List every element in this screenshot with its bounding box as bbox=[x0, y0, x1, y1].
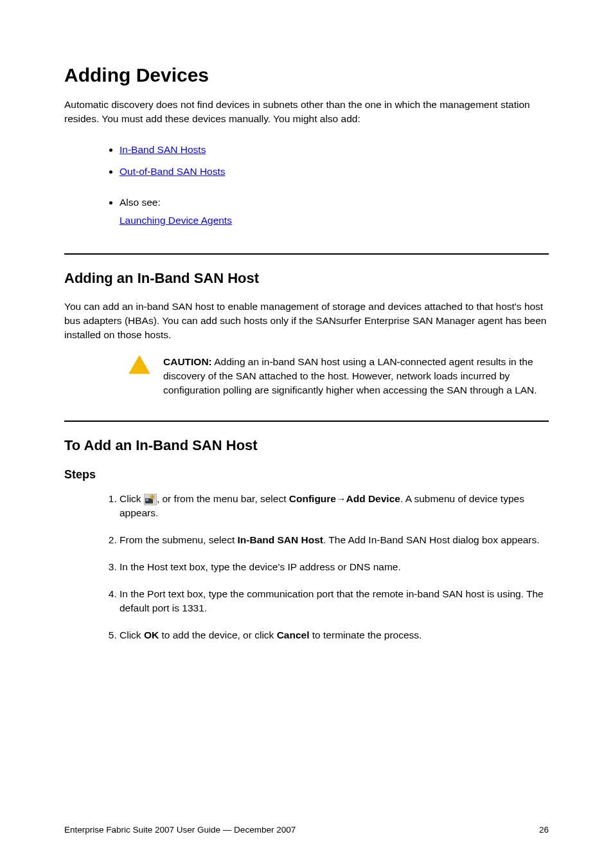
step-item: In the Port text box, type the communica… bbox=[120, 587, 549, 615]
page-footer: Enterprise Fabric Suite 2007 User Guide … bbox=[64, 825, 549, 835]
caution-text: CAUTION: Adding an in-band SAN host usin… bbox=[163, 355, 549, 397]
subsection-title-steps: To Add an In-Band SAN Host bbox=[64, 437, 549, 454]
step-item: In the Host text box, type the device's … bbox=[120, 560, 549, 574]
footer-page-number: 26 bbox=[539, 825, 549, 835]
menu-sep: → bbox=[336, 493, 346, 504]
svg-marker-0 bbox=[129, 356, 150, 374]
section-heading: Adding Devices bbox=[64, 64, 549, 86]
caution-block: CAUTION: Adding an in-band SAN host usin… bbox=[129, 355, 549, 397]
link-list: In-Band SAN Hosts Out-of-Band SAN Hosts … bbox=[64, 143, 549, 228]
link-in-band[interactable]: In-Band SAN Hosts bbox=[120, 144, 206, 155]
caution-icon bbox=[129, 355, 150, 374]
menu-path: Configure bbox=[289, 493, 336, 504]
link-out-of-band[interactable]: Out-of-Band SAN Hosts bbox=[120, 166, 226, 177]
step-text: From the submenu, select bbox=[120, 534, 238, 545]
steps-heading: Steps bbox=[64, 468, 549, 482]
step-text: Click bbox=[120, 493, 144, 504]
step-item: Click OK to add the device, or click Can… bbox=[120, 628, 549, 642]
divider bbox=[64, 253, 549, 255]
step-text: In the Port text box, type the communica… bbox=[120, 588, 544, 613]
subsection-title-adding: Adding an In-Band SAN Host bbox=[64, 270, 549, 287]
step-bold: OK bbox=[144, 629, 159, 640]
step-text: In the Host text box, type the device's … bbox=[120, 561, 401, 572]
step-text: to terminate the process. bbox=[310, 629, 422, 640]
step-bold: In-Band SAN Host bbox=[238, 534, 323, 545]
caution-label: CAUTION: bbox=[163, 356, 212, 367]
step-text: . The Add In-Band SAN Host dialog box ap… bbox=[323, 534, 540, 545]
step-text: , or from the menu bar, select bbox=[157, 493, 289, 504]
also-see-label: Also see: bbox=[120, 195, 549, 210]
list-item-also-see: Also see: Launching Device Agents bbox=[120, 195, 549, 228]
body-paragraph: You can add an in-band SAN host to enabl… bbox=[64, 300, 549, 342]
list-item: Out-of-Band SAN Hosts bbox=[120, 165, 549, 179]
list-item: In-Band SAN Hosts bbox=[120, 143, 549, 157]
menu-path: Add Device bbox=[346, 493, 400, 504]
step-item: Click , or from the menu bar, select Con… bbox=[120, 492, 549, 520]
step-bold: Cancel bbox=[277, 629, 310, 640]
svg-rect-3 bbox=[146, 499, 148, 501]
step-text: to add the device, or click bbox=[159, 629, 277, 640]
divider bbox=[64, 420, 549, 422]
caution-body: Adding an in-band SAN host using a LAN-c… bbox=[163, 356, 537, 395]
step-text: Click bbox=[120, 629, 144, 640]
toolbar-add-device-icon bbox=[144, 494, 157, 505]
footer-title: Enterprise Fabric Suite 2007 User Guide … bbox=[64, 825, 296, 835]
steps-list: Click , or from the menu bar, select Con… bbox=[64, 492, 549, 642]
step-item: From the submenu, select In-Band SAN Hos… bbox=[120, 533, 549, 547]
link-launching-agents[interactable]: Launching Device Agents bbox=[120, 215, 232, 226]
intro-paragraph: Automatic discovery does not find device… bbox=[64, 98, 549, 126]
